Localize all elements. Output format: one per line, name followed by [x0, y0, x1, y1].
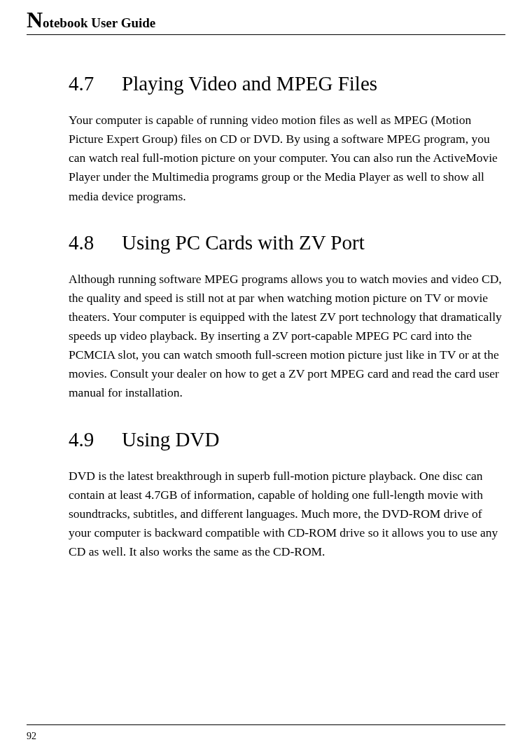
- section-title: Playing Video and MPEG Files: [122, 72, 377, 95]
- page-content: 4.7 Playing Video and MPEG Files Your co…: [27, 39, 505, 561]
- header-title-text: otebook User Guide: [43, 15, 155, 30]
- page-number: 92: [27, 731, 505, 742]
- section-heading: 4.9 Using DVD: [69, 428, 505, 451]
- section-title: Using DVD: [122, 428, 219, 451]
- section-4-8: 4.8 Using PC Cards with ZV Port Although…: [69, 231, 505, 403]
- section-number: 4.7: [69, 72, 122, 95]
- header-big-letter: N: [27, 7, 43, 32]
- footer-divider: [27, 724, 505, 725]
- section-number: 4.9: [69, 428, 122, 451]
- section-4-9: 4.9 Using DVD DVD is the latest breakthr…: [69, 428, 505, 562]
- page-footer: 92: [0, 724, 532, 742]
- section-body: Your computer is capable of running vide…: [69, 111, 505, 206]
- section-4-7: 4.7 Playing Video and MPEG Files Your co…: [69, 72, 505, 206]
- header-divider: [27, 34, 505, 35]
- header-title: Notebook User Guide: [27, 15, 155, 30]
- section-number: 4.8: [69, 231, 122, 254]
- section-title: Using PC Cards with ZV Port: [122, 231, 365, 254]
- section-body: Although running software MPEG programs …: [69, 270, 505, 403]
- page-header: Notebook User Guide: [27, 7, 505, 35]
- section-heading: 4.8 Using PC Cards with ZV Port: [69, 231, 505, 254]
- section-heading: 4.7 Playing Video and MPEG Files: [69, 72, 505, 95]
- section-body: DVD is the latest breakthrough in superb…: [69, 467, 505, 562]
